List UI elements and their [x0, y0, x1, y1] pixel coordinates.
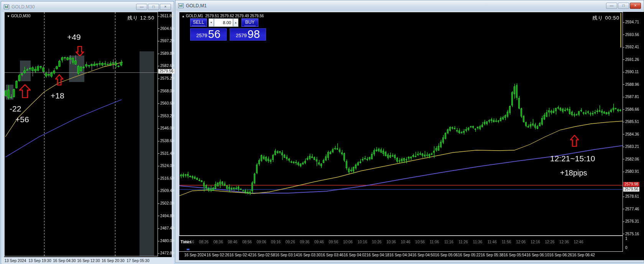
times-row-label: 10:56: [415, 240, 425, 244]
times-row-label: 11:46: [487, 240, 496, 244]
current-price-tag: 2579.56: [158, 69, 174, 74]
price-tick: 2594.71: [623, 20, 639, 24]
times-row-label: 12:16: [531, 240, 540, 244]
time-label: 13 Sep 19:30: [28, 259, 51, 263]
price-tick: 2584.36: [623, 132, 639, 136]
price-tick: 2494.80: [158, 214, 174, 218]
time-axis[interactable]: 16 Sep 202416 Sep 02:2616 Sep 02:4216 Se…: [179, 252, 644, 260]
price-tick: 2587.81: [623, 95, 639, 99]
price-tick: 2502.00: [158, 201, 174, 205]
price-tick: 2592.41: [623, 45, 639, 49]
time-label: 16 Sep 03:30: [298, 253, 321, 257]
price-tick: 2472.80: [158, 251, 174, 255]
price-tick: 2582.06: [623, 157, 639, 161]
time-label: 17 Sep 05:30: [127, 259, 150, 263]
time-label: 16 Sep 05:38: [481, 253, 504, 257]
subscale-tick: 1: [625, 236, 628, 241]
price-tick: 2583.21: [623, 144, 639, 149]
time-label: 16 Sep 02:58: [252, 253, 275, 257]
times-row-label: 10:06: [343, 240, 353, 244]
ask-quote[interactable]: 257998: [230, 28, 266, 41]
price-tick: 2611.80: [158, 14, 174, 18]
subscale-tick: 0: [625, 246, 628, 250]
minimize-button[interactable]: —: [606, 3, 617, 9]
time-label: 16 Sep 05:22: [458, 253, 481, 257]
times-row-label: 09:06: [256, 240, 266, 244]
price-axis[interactable]: 2579.56 2611.802604.602597.202589.802582…: [158, 12, 172, 256]
close-button[interactable]: ×: [630, 3, 641, 9]
maximize-button[interactable]: □: [148, 4, 159, 10]
price-tick: 2578.61: [623, 194, 639, 198]
times-row-label: 12:36: [559, 240, 569, 244]
sell-button[interactable]: SELL: [190, 18, 207, 27]
price-tick: 2582.60: [158, 64, 174, 68]
volume-input[interactable]: [214, 18, 233, 27]
close-button[interactable]: ×: [160, 4, 171, 10]
time-label: 16 Sep 05:54: [504, 253, 527, 257]
price-tick: 2524.00: [158, 164, 174, 168]
times-row-label: 11:56: [502, 240, 511, 244]
chart-plot-area[interactable]: ▲GOLD,M1 2579.51 2579.62 2579.49 2579.56…: [179, 12, 623, 236]
volume-increment-button[interactable]: ▴: [233, 18, 238, 27]
time-label: 16 Sep 12:30: [77, 259, 100, 263]
minimize-button[interactable]: —: [136, 4, 147, 10]
spin-up-icon: ▴: [235, 21, 237, 24]
time-label: 16 Sep 04:18: [366, 253, 389, 257]
times-row-label: 08:26: [199, 240, 209, 244]
price-tick: 2588.96: [623, 82, 639, 87]
times-row-label: 12:26: [545, 240, 554, 244]
time-label: 16 Sep 06:26: [549, 253, 572, 257]
price-tick: 2575.20: [158, 76, 174, 80]
times-row-label: 11:36: [473, 240, 482, 244]
price-tick: 2604.60: [158, 26, 174, 31]
times-row-label: 12:46: [574, 240, 583, 244]
time-label: 16 Sep 04:02: [343, 253, 366, 257]
time-axis[interactable]: 13 Sep 202413 Sep 19:3016 Sep 04:3016 Se…: [2, 257, 174, 264]
volume-decrement-button[interactable]: ▾: [209, 18, 214, 27]
times-indicator-subwindow[interactable]: Times 08:1608:2608:3608:4608:5609:0609:1…: [179, 236, 623, 252]
chart-icon: [178, 3, 184, 8]
titlebar[interactable]: GOLD,M30 — □ ×: [2, 2, 173, 12]
price-tick: 2531.40: [158, 151, 174, 156]
price-tick: 2546.00: [158, 126, 174, 130]
price-tick: 2538.60: [158, 139, 174, 143]
time-label: 16 Sep 04:30: [53, 259, 76, 263]
bid-price-tag: 2579.56: [623, 187, 639, 192]
bid-quote[interactable]: 257956: [190, 28, 227, 41]
times-row-label: 10:36: [386, 240, 396, 244]
price-tick: 2516.60: [158, 176, 174, 180]
time-label: 16 Sep 06:10: [526, 253, 549, 257]
time-label: 16 Sep 02:26: [207, 253, 230, 257]
time-label: 16 Sep 06:42: [572, 253, 595, 257]
price-tick: 2586.66: [623, 107, 639, 112]
chart-m1: ▲GOLD,M1 2579.51 2579.62 2579.49 2579.56…: [179, 12, 644, 260]
window-gold-m30: GOLD,M30 — □ × ▼GOLD,M30 残り 12:50 +49+18…: [1, 1, 174, 264]
price-tick: 2577.46: [623, 207, 639, 211]
indicator-mark: [187, 249, 189, 250]
price-tick: 2568.00: [158, 89, 174, 93]
times-row-label: 08:16: [184, 240, 194, 244]
time-label: 16 Sep 2024: [184, 253, 206, 257]
time-label: 16 Sep 03:46: [321, 253, 344, 257]
times-row-label: 10:26: [372, 240, 381, 244]
times-row-label: 11:26: [458, 240, 468, 244]
titlebar[interactable]: GOLD,M1 — □ ×: [176, 1, 643, 11]
time-label: 16 Sep 02:42: [229, 253, 252, 257]
times-row-label: 11:16: [444, 240, 453, 244]
buy-button[interactable]: BUY: [242, 18, 258, 27]
times-row-label: 08:46: [228, 240, 237, 244]
price-tick: 2593.56: [623, 33, 639, 37]
desktop: { "desktop": { "background": "#c3d7ea" }…: [0, 0, 644, 264]
time-label: 16 Sep 03:14: [275, 253, 298, 257]
price-tick: 2591.26: [623, 57, 639, 62]
price-tick: 2509.40: [158, 189, 174, 193]
price-tick: 2589.80: [158, 51, 174, 56]
maximize-button[interactable]: □: [618, 3, 629, 9]
price-axis[interactable]: 2579.98 2579.56 2594.712593.562592.41259…: [623, 12, 644, 236]
one-click-trade-panel: SELL ▾ ▴ BUY 257956 257998: [190, 18, 266, 41]
price-tick: 2487.40: [158, 226, 174, 230]
time-label: 16 Sep 20:30: [102, 259, 125, 263]
chart-plot-area[interactable]: ▼GOLD,M30 残り 12:50 +49+18-22+56: [4, 12, 158, 256]
times-row-label: 08:36: [214, 240, 223, 244]
time-label: 16 Sep 05:06: [435, 253, 458, 257]
